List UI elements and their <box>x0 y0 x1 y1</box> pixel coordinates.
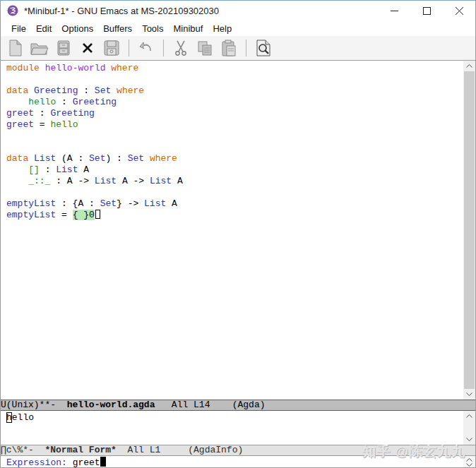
menu-bar: File Edit Options Buffers Tools Minibuf … <box>1 20 475 36</box>
toolbar-separator <box>129 40 129 56</box>
token-type: Set <box>100 198 117 209</box>
token-type: Set <box>95 85 111 96</box>
minimize-button[interactable] <box>378 1 410 20</box>
menu-edit[interactable]: Edit <box>31 22 56 35</box>
token-ctor: [] <box>28 164 40 175</box>
token-fn: greet <box>6 119 34 130</box>
editor-scrollbar[interactable] <box>463 61 475 400</box>
token-type: List <box>34 153 56 164</box>
token-keyword: where <box>111 63 138 73</box>
code-line <box>6 74 465 85</box>
token-type: Set <box>128 153 144 164</box>
code-line: data List (A : Set) : Set where <box>6 153 465 164</box>
token-fn: greet <box>6 108 34 119</box>
text-cursor <box>95 210 100 219</box>
minibuffer-input[interactable]: greet <box>67 457 100 468</box>
menu-minibuf[interactable]: Minibuf <box>168 22 208 35</box>
menu-file[interactable]: File <box>6 22 31 35</box>
scroll-down-icon[interactable] <box>463 389 475 400</box>
close-button[interactable] <box>443 1 475 20</box>
scroll-up-icon[interactable] <box>466 458 472 462</box>
modeline-flags: ∏c\%*- <box>1 445 44 455</box>
search-icon[interactable] <box>253 38 274 58</box>
modeline-normal-form: ∏c\%*- *Normal Form* All L1 (AgdaInfo) <box>1 445 475 456</box>
code-line <box>6 142 465 153</box>
close-buffer-icon[interactable] <box>77 38 98 58</box>
menu-options[interactable]: Options <box>56 22 98 35</box>
token-ctor: _::_ <box>28 176 50 186</box>
modeline-flags: U(Unix)**- <box>1 400 67 410</box>
new-file-icon[interactable] <box>5 38 26 58</box>
paste-icon[interactable] <box>218 38 239 58</box>
undo-icon[interactable] <box>136 38 157 58</box>
modeline-buffer-name: *Normal Form* <box>44 445 116 455</box>
token-hole: { }0 <box>73 210 95 220</box>
scroll-down-icon[interactable] <box>466 463 472 467</box>
toolbar-separator <box>246 40 246 56</box>
menu-help[interactable]: Help <box>208 22 237 35</box>
menu-buffers[interactable]: Buffers <box>98 22 137 35</box>
scrollbar-thumb[interactable] <box>464 71 475 389</box>
code-line <box>6 187 465 198</box>
token-fn: emptyList <box>6 210 56 220</box>
modeline-position: All L14 (Agda) <box>155 400 265 410</box>
code-line: data Greeting : Set where <box>6 85 465 97</box>
minibuffer-scrollbar[interactable] <box>463 456 475 468</box>
code-line: greet = hello <box>6 119 465 131</box>
minibuffer[interactable]: Expression: greet <box>1 456 465 468</box>
code-line <box>6 131 465 142</box>
code-line: greet : Greeting <box>6 108 465 119</box>
modeline-position: All L1 (AgdaInfo) <box>117 445 243 455</box>
token-type: List <box>95 176 117 186</box>
token-ctor: hello <box>50 119 78 130</box>
token-keyword: where <box>150 153 177 164</box>
toolbar-separator <box>163 40 164 56</box>
title-bar: *Minibuf-1* - GNU Emacs at MS-2021093020… <box>1 1 475 20</box>
minibuffer-prompt: Expression: <box>6 457 67 468</box>
code-line: _::_ : A -> List A -> List A <box>6 176 465 187</box>
token-fn: emptyList <box>6 198 56 209</box>
modeline-buffer-name: hello-world.agda <box>67 400 155 410</box>
open-folder-icon[interactable] <box>29 38 50 58</box>
maximize-button[interactable] <box>410 1 443 20</box>
token-module: hello-world <box>45 63 106 73</box>
text-cursor <box>100 457 106 467</box>
token-ctor: hello <box>28 97 56 107</box>
code-line: [] : List A <box>6 164 465 176</box>
modeline-agda-buffer: U(Unix)**- hello-world.agda All L14 (Agd… <box>1 400 475 411</box>
code-line: emptyList = { }0 <box>6 210 465 221</box>
token-type: List <box>144 198 166 209</box>
token-type: Greeting <box>73 97 117 107</box>
window-controls <box>378 1 475 20</box>
token-type: List <box>150 176 172 186</box>
code-line: module hello-world where <box>6 63 465 74</box>
scroll-down-icon[interactable] <box>463 434 475 445</box>
code-line: emptyList : {A : Set} -> List A <box>6 198 465 210</box>
token-type: Greeting <box>34 85 78 96</box>
normal-form-scrollbar[interactable] <box>463 411 475 445</box>
token-keyword: module <box>6 63 40 73</box>
menu-tools[interactable]: Tools <box>137 22 168 35</box>
window-title: *Minibuf-1* - GNU Emacs at MS-2021093020… <box>24 6 219 16</box>
cut-icon[interactable] <box>170 38 191 58</box>
scrollbar-track[interactable] <box>463 421 475 434</box>
scroll-up-icon[interactable] <box>463 61 475 71</box>
copy-icon[interactable] <box>194 38 215 58</box>
tool-bar <box>1 36 475 61</box>
code-line: hello <box>6 412 465 424</box>
code-line: hello : Greeting <box>6 97 465 108</box>
token-keyword: where <box>117 85 144 96</box>
token-cursor-on: h <box>6 412 12 423</box>
dired-icon[interactable] <box>53 38 74 58</box>
token-type: List <box>56 164 78 175</box>
token-type: Greeting <box>50 108 94 119</box>
emacs-window: *Minibuf-1* - GNU Emacs at MS-2021093020… <box>0 0 476 468</box>
token-keyword: data <box>6 85 28 96</box>
token-type: Set <box>89 153 105 164</box>
scroll-up-icon[interactable] <box>463 411 475 421</box>
editor-buffer[interactable]: module hello-world where data Greeting :… <box>1 61 465 400</box>
normal-form-buffer[interactable]: hello <box>1 411 465 445</box>
token-keyword: data <box>6 153 28 164</box>
save-icon[interactable] <box>101 38 122 58</box>
emacs-logo-icon <box>7 5 18 16</box>
